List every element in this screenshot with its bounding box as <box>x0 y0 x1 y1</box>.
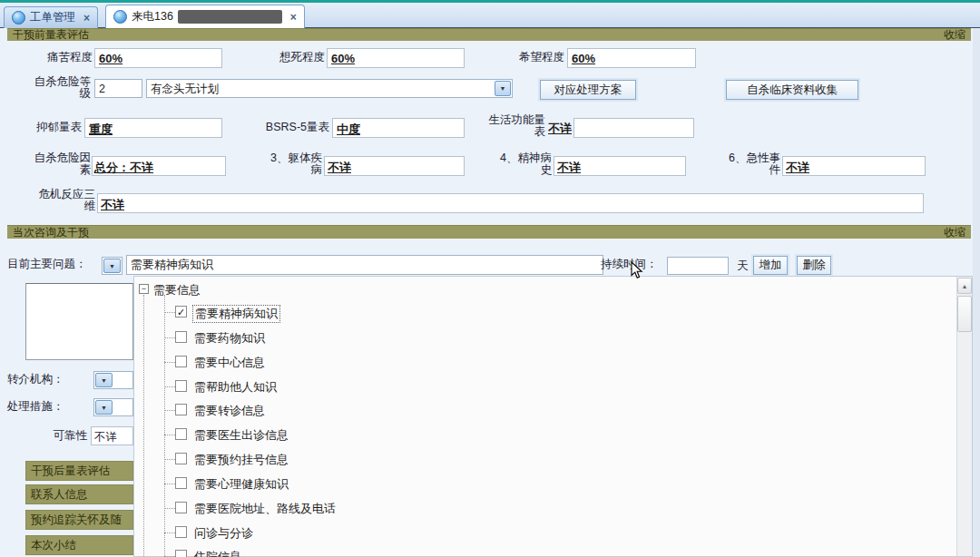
risk-type-value: 有念头无计划 <box>151 82 219 97</box>
depression-scale-label: 抑郁量表 <box>7 122 82 133</box>
checkbox-icon[interactable] <box>175 502 187 513</box>
checkbox-icon[interactable] <box>175 453 187 464</box>
checkbox-icon[interactable] <box>175 428 187 440</box>
risk-factor-value: 总分：不详 <box>94 160 153 176</box>
app-window: 工单管理 × 来电136 × 干预前量表评估 收缩 痛苦程度 60% 想死程度 … <box>0 0 980 557</box>
crisis-reaction-value: 不详 <box>101 197 124 213</box>
chevron-down-icon[interactable]: ▼ <box>495 81 511 96</box>
chevron-down-icon[interactable]: ▼ <box>103 259 121 273</box>
chevron-down-icon[interactable]: ▼ <box>95 400 113 415</box>
tab-work-order[interactable]: 工单管理 × <box>4 6 98 28</box>
tree-item-label[interactable]: 需要中心信息 <box>192 355 267 371</box>
tree-connector <box>164 459 175 460</box>
hope-degree-label: 希望程度 <box>483 52 564 64</box>
tree-connector <box>164 508 175 509</box>
checkbox-icon[interactable] <box>175 380 187 392</box>
chevron-down-icon[interactable]: ▼ <box>95 373 113 387</box>
redacted-phone-number <box>178 10 282 24</box>
psychiatric-history-label: 4、精神病史 <box>493 152 552 176</box>
checkbox-icon[interactable] <box>175 331 187 343</box>
scroll-up-icon[interactable]: ▲ <box>957 278 972 294</box>
add-button[interactable]: 增加 <box>753 256 788 275</box>
delete-button[interactable]: 删除 <box>797 256 831 275</box>
checkbox-checked-icon[interactable]: ✓ <box>175 306 187 318</box>
tree-item-label[interactable]: 需要医院地址、路线及电话 <box>192 501 338 517</box>
life-function-scale-value: 不详 <box>548 121 572 137</box>
notes-textarea[interactable] <box>25 283 133 360</box>
checkbox-icon[interactable] <box>175 356 187 367</box>
tab-incoming-call[interactable]: 来电136 × <box>105 5 305 28</box>
hope-degree-value: 60% <box>572 52 595 65</box>
reliability-label: 可靠性 <box>36 430 87 442</box>
crisis-reaction-label: 危机反应三维 <box>36 189 95 212</box>
risk-factor-label: 自杀危险因素 <box>27 152 91 176</box>
tab-label: 工单管理 <box>30 10 75 25</box>
tree-item-label[interactable]: 需要医生出诊信息 <box>192 427 290 444</box>
checkbox-icon[interactable] <box>175 526 187 538</box>
death-wish-label: 想死程度 <box>243 52 325 64</box>
acute-event-label: 6、急性事件 <box>723 152 780 176</box>
duration-unit: 天 <box>737 259 749 274</box>
death-wish-value: 60% <box>331 52 355 65</box>
pain-degree-value: 60% <box>99 52 122 65</box>
tree-connector <box>164 312 175 313</box>
depression-scale-value: 重度 <box>89 122 113 138</box>
app-icon <box>12 11 25 24</box>
tree-connector <box>164 484 175 484</box>
page-scrollbar-strip[interactable] <box>973 28 980 557</box>
main-problem-input[interactable] <box>126 255 603 275</box>
crisis-reaction-field[interactable] <box>97 193 924 213</box>
handling-measures-combo[interactable]: ▼ <box>93 398 133 416</box>
handling-plan-button[interactable]: 对应处理方案 <box>540 80 636 100</box>
tree-connector <box>164 410 175 411</box>
risk-level-label: 自杀危险等级 <box>31 76 91 100</box>
main-problem-combo[interactable]: ▼ <box>102 257 122 275</box>
section-title: 干预前量表评估 <box>13 27 89 43</box>
referral-agency-label: 转介机构： <box>7 374 87 386</box>
tree-item-label[interactable]: 需帮助他人知识 <box>192 379 279 396</box>
nav-post-assessment[interactable]: 干预后量表评估 <box>25 461 133 481</box>
checkbox-icon[interactable] <box>175 477 187 489</box>
tree-item-label[interactable]: 需要预约挂号信息 <box>192 452 290 468</box>
tree-item-label[interactable]: 需要精神病知识 <box>192 305 280 323</box>
tree-guide-line <box>143 295 144 556</box>
tree-connector <box>164 435 175 435</box>
section-bar-current-session: 当次咨询及干预 收缩 <box>7 225 971 239</box>
tree-connector <box>164 386 175 387</box>
nav-follow-up[interactable]: 预约追踪关怀及随 <box>25 510 133 530</box>
tree-item-label[interactable]: 需要心理健康知识 <box>192 476 290 493</box>
close-icon[interactable]: × <box>83 12 90 24</box>
nav-session-summary[interactable]: 本次小结 <box>25 535 133 555</box>
tree-item-label[interactable]: 住院信息 <box>192 549 243 557</box>
checkbox-icon[interactable] <box>175 404 187 415</box>
collapse-button[interactable]: 收缩 <box>944 27 965 43</box>
tab-bar: 工单管理 × 来电136 × <box>0 3 980 28</box>
tree-item-label[interactable]: 需要药物知识 <box>192 330 267 347</box>
section-title: 当次咨询及干预 <box>13 225 89 240</box>
nav-contact-info[interactable]: 联系人信息 <box>25 484 133 504</box>
risk-type-combo[interactable]: 有念头无计划 ▼ <box>146 79 513 98</box>
life-function-scale-field[interactable] <box>573 118 694 138</box>
bsrs5-scale-value: 中度 <box>337 122 360 138</box>
clinical-data-button[interactable]: 自杀临床资料收集 <box>726 80 858 100</box>
life-function-scale-label: 生活功能量表 <box>488 114 545 138</box>
main-problem-label: 目前主要问题： <box>7 259 98 270</box>
acute-event-value: 不详 <box>786 160 809 176</box>
reliability-value: 不详 <box>94 430 117 445</box>
physical-illness-value: 不详 <box>328 160 351 176</box>
tree-item-label[interactable]: 需要转诊信息 <box>192 403 267 419</box>
tree-root-label[interactable]: 需要信息 <box>153 282 201 298</box>
tab-label: 来电136 <box>132 9 173 24</box>
tree-scrollbar[interactable]: ▲ <box>956 277 972 556</box>
referral-agency-combo[interactable]: ▼ <box>93 371 133 389</box>
checkbox-icon[interactable] <box>175 550 187 557</box>
close-icon[interactable]: × <box>290 11 297 24</box>
tree-collapse-icon[interactable]: − <box>139 284 149 294</box>
duration-input[interactable] <box>667 257 729 275</box>
psychiatric-history-value: 不详 <box>557 160 581 176</box>
needs-tree-panel: − 需要信息 ✓ 需要精神病知识 需要药物知识 需要中心信息 需帮助他人知识 需… <box>133 276 973 557</box>
scrollbar-thumb[interactable] <box>957 296 972 332</box>
tree-item-label[interactable]: 问诊与分诊 <box>192 525 255 542</box>
risk-level-input[interactable] <box>94 79 142 98</box>
collapse-button[interactable]: 收缩 <box>944 225 965 240</box>
